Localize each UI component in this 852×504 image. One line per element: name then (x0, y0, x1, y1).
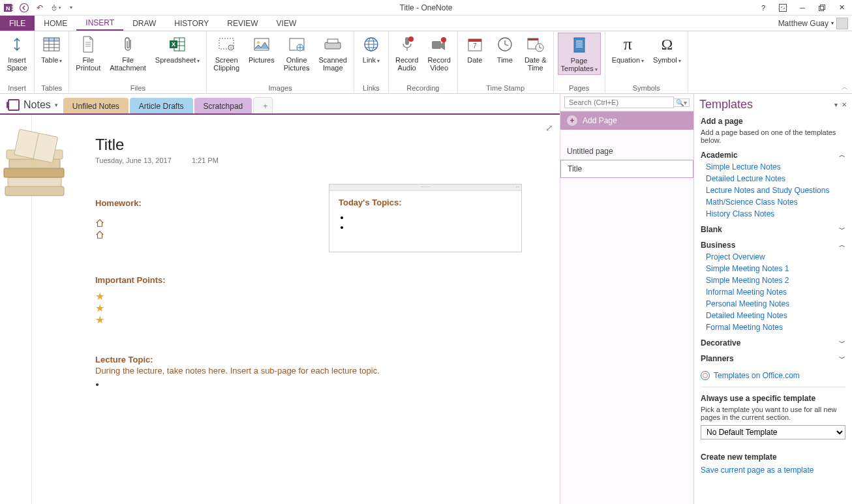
templates-pane: Templates ▾ ✕ Add a page Add a page base… (693, 94, 852, 504)
undo-icon[interactable]: ↶ (33, 1, 47, 15)
pane-options-icon[interactable]: ▾ (834, 101, 838, 108)
template-link[interactable]: Simple Meeting Notes 1 (706, 264, 845, 273)
pictures-button[interactable]: Pictures (246, 33, 277, 65)
onenote-app-icon[interactable]: N (1, 1, 16, 15)
category-blank[interactable]: Blank﹀ (701, 225, 845, 234)
template-link[interactable]: Simple Meeting Notes 2 (706, 276, 845, 285)
homework-heading[interactable]: Homework: (95, 198, 142, 208)
date-time-button[interactable]: Date & Time (522, 33, 549, 73)
close-icon[interactable]: ✕ (834, 1, 849, 14)
help-icon[interactable]: ? (755, 1, 771, 14)
template-link[interactable]: Personal Meeting Notes (706, 299, 845, 308)
table-button[interactable]: Table (38, 33, 65, 66)
svg-text:X: X (172, 41, 175, 48)
lecture-description[interactable]: During the lecture, take notes here. Ins… (95, 366, 380, 376)
svg-text:N: N (6, 5, 10, 12)
category-business[interactable]: Business︿ (701, 241, 845, 250)
collapse-ribbon-icon[interactable]: ︿ (842, 83, 848, 92)
section-tab-drafts[interactable]: Article Drafts (130, 98, 193, 113)
plus-icon: + (567, 115, 577, 126)
link-button[interactable]: Link (358, 33, 384, 66)
template-link[interactable]: Simple Lecture Notes (706, 162, 845, 171)
globe-icon (701, 371, 710, 380)
tab-home[interactable]: HOME (35, 16, 76, 31)
equation-button[interactable]: πEquation (609, 33, 647, 66)
section-tab-unfiled[interactable]: Unfiled Notes (63, 98, 129, 113)
page-editor[interactable]: ⤢ Title Tuesday, June 13, 2017 1:21 PM H… (0, 115, 560, 504)
template-link[interactable]: History Class Notes (706, 209, 845, 218)
maximize-icon[interactable] (814, 1, 830, 14)
template-link[interactable]: Math/Science Class Notes (706, 198, 845, 207)
svg-rect-8 (821, 5, 825, 9)
user-menu[interactable]: Matthew Guay ▾ (778, 16, 852, 31)
page-item-title[interactable]: Title (560, 160, 693, 178)
template-link[interactable]: Formal Meeting Notes (706, 323, 845, 332)
tab-insert[interactable]: INSERT (76, 16, 123, 31)
tab-view[interactable]: VIEW (267, 16, 306, 31)
full-page-view-icon[interactable] (775, 1, 791, 14)
scanned-image-button[interactable]: Scanned Image (316, 33, 350, 73)
svg-rect-39 (405, 37, 409, 45)
symbol-button[interactable]: ΩSymbol (650, 33, 684, 66)
record-audio-button[interactable]: Record Audio (393, 33, 421, 73)
svg-point-43 (441, 37, 446, 42)
template-link[interactable]: Lecture Notes and Study Questions (706, 186, 845, 195)
notebook-dropdown[interactable]: Notes ▾ (3, 96, 63, 113)
tab-file[interactable]: FILE (0, 16, 35, 31)
svg-text:7: 7 (473, 42, 477, 50)
pictures-icon (251, 34, 272, 55)
chevron-up-icon: ︿ (839, 241, 845, 250)
screen-clipping-button[interactable]: +Screen Clipping (211, 33, 242, 73)
tab-review[interactable]: REVIEW (218, 16, 267, 31)
office-templates-link[interactable]: Templates on Office.com (714, 371, 800, 380)
page-meta: Tuesday, June 13, 2017 1:21 PM (95, 156, 219, 164)
lecture-heading[interactable]: Lecture Topic: (95, 355, 380, 364)
page-templates-button[interactable]: Page Templates (558, 33, 601, 75)
category-decorative[interactable]: Decorative﹀ (701, 338, 845, 348)
page-title[interactable]: Title (95, 136, 124, 154)
user-name: Matthew Guay (778, 19, 829, 28)
page-item-untitled[interactable]: Untitled page (560, 143, 693, 160)
online-pictures-button[interactable]: Online Pictures (281, 33, 312, 73)
add-section-button[interactable]: + (253, 97, 273, 113)
back-icon[interactable] (17, 1, 31, 15)
search-input[interactable] (564, 96, 674, 108)
qat-customize-icon[interactable]: ▾ (64, 1, 78, 15)
template-link[interactable]: Detailed Meeting Notes (706, 311, 845, 320)
tab-history[interactable]: HISTORY (165, 16, 218, 31)
template-link[interactable]: Informal Meeting Notes (706, 288, 845, 297)
page-templates-icon (569, 35, 590, 55)
category-academic[interactable]: Academic︿ (701, 151, 845, 160)
search-button[interactable]: 🔍▾ (674, 98, 690, 107)
time-button[interactable]: Time (492, 33, 518, 65)
file-printout-button[interactable]: File Printout (73, 33, 103, 73)
save-template-link[interactable]: Save current page as a template (701, 466, 814, 475)
container-drag-handle[interactable]: ┄┄┄↔ (329, 185, 521, 191)
template-link[interactable]: Project Overview (706, 252, 845, 261)
video-icon (429, 34, 449, 55)
pane-close-icon[interactable]: ✕ (842, 101, 847, 108)
add-page-button[interactable]: + Add Page (560, 111, 693, 130)
minimize-icon[interactable]: ─ (795, 1, 810, 14)
file-attachment-button[interactable]: File Attachment (107, 33, 149, 73)
window-title: Title - OneNote (400, 3, 453, 12)
record-video-button[interactable]: Record Video (425, 33, 453, 73)
category-planners[interactable]: Planners﹀ (701, 354, 845, 363)
house-icon (95, 230, 104, 239)
default-template-select[interactable]: No Default Template (701, 425, 845, 439)
spreadsheet-button[interactable]: XSpreadsheet (153, 33, 202, 66)
topics-container[interactable]: ┄┄┄↔ Today's Topics: (329, 184, 522, 252)
lecture-bullet[interactable] (106, 379, 380, 389)
star-icon: ★ (95, 303, 166, 314)
date-button[interactable]: 7Date (462, 33, 488, 65)
expand-page-icon[interactable]: ⤢ (545, 123, 553, 133)
topics-heading[interactable]: Today's Topics: (339, 198, 512, 207)
section-tab-scratchpad[interactable]: Scratchpad (194, 98, 252, 113)
link-icon (361, 34, 382, 55)
template-link[interactable]: Detailed Lecture Notes (706, 174, 845, 183)
topics-list[interactable] (350, 213, 512, 232)
touch-mode-icon[interactable]: ▾ (48, 1, 63, 15)
tab-draw[interactable]: DRAW (123, 16, 165, 31)
insert-space-button[interactable]: Insert Space (4, 33, 30, 73)
important-heading[interactable]: Important Points: (95, 275, 166, 285)
